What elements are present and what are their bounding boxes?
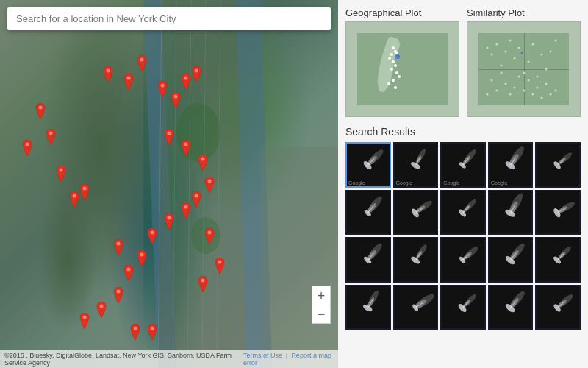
map-marker[interactable] [163, 129, 175, 145]
terms-link[interactable]: Terms of Use [243, 352, 282, 359]
result-thumbnail[interactable] [393, 237, 439, 283]
map-marker[interactable] [102, 66, 114, 82]
svg-point-13 [59, 169, 62, 172]
map-marker[interactable] [79, 184, 90, 200]
map-marker[interactable] [190, 191, 202, 208]
map-marker[interactable] [190, 66, 202, 82]
sim-plot-dot [550, 93, 552, 96]
svg-point-106 [366, 289, 380, 308]
sim-plot-dot [527, 61, 529, 63]
result-thumbnail[interactable] [345, 237, 391, 283]
sim-plot-dot [487, 93, 489, 96]
map-marker[interactable] [180, 202, 192, 219]
map-marker[interactable] [170, 92, 182, 108]
result-thumbnail[interactable]: Google [345, 142, 391, 188]
map-marker[interactable] [146, 228, 158, 244]
sim-plot-dot [495, 43, 498, 45]
result-thumbnail[interactable] [535, 142, 581, 188]
map-section: for a location in New York City [0, 0, 338, 368]
sim-plot-dot [509, 39, 512, 41]
geo-plot-dot [394, 64, 397, 67]
svg-point-29 [194, 194, 198, 198]
geo-plot-container: Geographical Plot [345, 7, 459, 117]
svg-point-40 [117, 242, 121, 246]
map-marker[interactable] [123, 265, 135, 281]
map-marker[interactable] [197, 276, 209, 292]
sim-plot-dot [500, 71, 502, 74]
result-thumbnail[interactable]: Google [488, 142, 534, 188]
result-thumbnail[interactable] [440, 190, 486, 236]
geo-plot-dot [392, 46, 395, 49]
result-thumbnail[interactable] [440, 285, 486, 330]
result-thumbnail[interactable] [488, 237, 534, 283]
sim-plot-dot [514, 86, 516, 88]
result-thumbnail[interactable] [535, 237, 581, 283]
result-thumbnail[interactable] [440, 237, 486, 283]
sim-plot-dot [541, 54, 543, 56]
sim-plot-dot [495, 90, 498, 92]
result-thumbnail[interactable] [345, 285, 391, 330]
map-marker[interactable] [123, 74, 135, 90]
map-marker[interactable] [96, 302, 107, 318]
svg-point-82 [558, 200, 576, 214]
map-attribution: ©2016 , Bluesky, DigitalGlobe, Landsat, … [0, 350, 338, 368]
map-marker[interactable] [136, 55, 148, 71]
sim-dots [478, 33, 569, 105]
svg-point-16 [25, 143, 29, 146]
map-marker[interactable] [21, 140, 33, 156]
map-marker[interactable] [112, 287, 124, 303]
search-bar: for a location in New York City [7, 7, 331, 30]
map-marker[interactable] [79, 313, 90, 329]
svg-point-90 [415, 244, 429, 259]
geo-plot-box[interactable] [345, 21, 459, 117]
result-thumbnail[interactable] [488, 285, 534, 330]
geo-plot-title: Geographical Plot [345, 7, 459, 18]
result-thumbnail[interactable] [345, 190, 391, 236]
sim-plot-dot [527, 79, 529, 81]
result-thumbnail[interactable] [535, 285, 581, 330]
map-marker[interactable] [204, 177, 215, 193]
map-marker[interactable] [55, 166, 67, 182]
map-marker[interactable] [214, 258, 226, 274]
map-marker[interactable] [129, 324, 141, 340]
result-thumbnail[interactable] [488, 190, 534, 236]
geo-plot-dot [395, 71, 398, 74]
sim-plot-dot [504, 50, 506, 52]
map-marker[interactable] [180, 140, 192, 156]
sim-plot-dot [521, 52, 523, 54]
sim-plot-dot [523, 71, 525, 74]
zoom-in-button[interactable]: + [312, 286, 331, 305]
map-marker[interactable] [163, 213, 175, 230]
map-marker[interactable] [136, 250, 148, 266]
geo-plot-dot [392, 79, 395, 82]
map-marker[interactable] [35, 103, 46, 119]
sim-plot-box[interactable] [467, 21, 581, 117]
map-marker[interactable] [45, 129, 57, 145]
geo-plot-inner [357, 33, 448, 105]
map-marker[interactable] [197, 155, 209, 171]
svg-point-14 [73, 194, 76, 198]
geo-plot-dot [395, 54, 400, 59]
svg-rect-3 [261, 147, 338, 368]
svg-point-30 [184, 205, 188, 209]
result-thumbnail[interactable] [535, 190, 581, 236]
search-input[interactable]: for a location in New York City [7, 7, 331, 30]
sim-plot-dot [523, 90, 525, 92]
sim-plot-dot [541, 97, 543, 99]
result-thumbnail[interactable] [393, 285, 439, 330]
svg-point-38 [134, 327, 137, 330]
sim-plot-dot [500, 65, 502, 67]
map-marker[interactable] [112, 239, 124, 255]
result-thumbnail[interactable]: Google [440, 142, 486, 188]
map-marker[interactable] [157, 81, 168, 97]
geo-plot-dot [388, 57, 391, 60]
map-marker[interactable] [204, 228, 215, 244]
map-marker[interactable] [146, 324, 158, 340]
svg-point-24 [194, 69, 198, 73]
map-canvas[interactable]: for a location in New York City [0, 0, 338, 368]
result-thumbnail[interactable]: Google [393, 142, 439, 188]
svg-point-26 [184, 143, 188, 146]
zoom-out-button[interactable]: − [312, 305, 331, 324]
svg-point-70 [415, 199, 433, 213]
result-thumbnail[interactable] [393, 190, 439, 236]
